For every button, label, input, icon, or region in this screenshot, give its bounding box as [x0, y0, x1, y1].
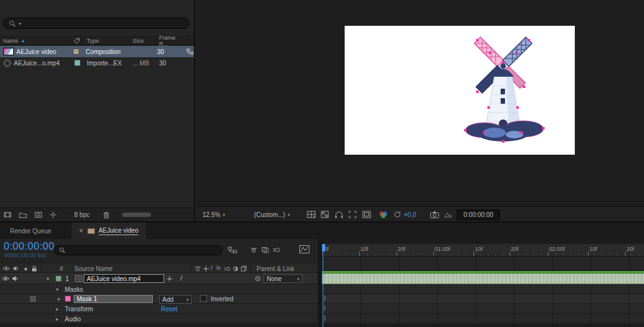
- ruler-label: 10f: [475, 246, 483, 252]
- audio-group-label: Audio: [65, 316, 81, 323]
- mask-expander[interactable]: ▸: [58, 296, 60, 302]
- region-of-interest-icon[interactable]: [348, 207, 357, 222]
- motion-blur-icon[interactable]: [273, 247, 280, 253]
- search-icon: [59, 247, 65, 253]
- project-search-input[interactable]: [25, 20, 184, 27]
- transform-group-row[interactable]: ▸ Transform Reset: [0, 304, 318, 314]
- graph-editor-icon[interactable]: [299, 245, 309, 253]
- delete-icon[interactable]: [103, 211, 109, 219]
- property-marker: [325, 306, 325, 311]
- project-settings-icon[interactable]: [50, 211, 57, 218]
- timeline-navigator-strip[interactable]: [322, 239, 644, 244]
- snapshot-camera-icon[interactable]: [430, 207, 439, 222]
- solo-column-icon: [23, 267, 28, 272]
- track-bottom-strip: [322, 324, 644, 327]
- exposure-offset-value[interactable]: +0,0: [404, 207, 416, 222]
- layer-quality-toggle[interactable]: /: [180, 275, 182, 282]
- layer-expander[interactable]: ▾: [47, 276, 49, 282]
- column-size[interactable]: Size: [130, 36, 156, 45]
- frame-info: 00000 (30.00 fps): [4, 252, 47, 258]
- column-size-label: Size: [133, 38, 144, 44]
- 3d-layer-switch-icon: [240, 265, 247, 272]
- audio-expander[interactable]: ▸: [56, 316, 58, 322]
- grid-options-icon[interactable]: [307, 207, 316, 222]
- transform-expander[interactable]: ▸: [56, 306, 58, 312]
- layer-row[interactable]: ▾ 1 AEJuice video.mp4 / None ▾: [0, 273, 318, 284]
- timeline-search-box[interactable]: [54, 245, 223, 255]
- composition-viewport[interactable]: [345, 26, 575, 155]
- video-column-icon: [3, 266, 10, 271]
- new-folder-icon[interactable]: [19, 211, 27, 218]
- tab-composition[interactable]: × AEJuice video: [72, 223, 146, 239]
- timeline-search-input[interactable]: [69, 247, 218, 254]
- mask-row[interactable]: ▸ Mask 1 Add ▾ Inverted: [0, 294, 318, 304]
- layer-number-column: #: [60, 265, 64, 272]
- audio-column-icon: [13, 265, 19, 272]
- interpret-footage-icon[interactable]: [4, 211, 11, 218]
- mask-mode-dropdown[interactable]: Add ▾: [159, 295, 192, 304]
- masks-expander[interactable]: ▾: [56, 287, 58, 292]
- source-name-column[interactable]: Source Name: [74, 265, 113, 272]
- project-row-composition[interactable]: AEJuice video Composition 30: [0, 46, 194, 57]
- playhead-handle[interactable]: [322, 244, 325, 252]
- horizontal-scrollbar-thumb[interactable]: [122, 213, 151, 217]
- search-icon: [9, 20, 16, 27]
- label-color-swatch[interactable]: [74, 60, 80, 66]
- mask-color-swatch[interactable]: [65, 296, 71, 302]
- new-composition-icon[interactable]: [35, 211, 42, 218]
- lock-column-icon: [31, 265, 37, 272]
- column-name-label: Name: [3, 38, 18, 44]
- label-color-swatch[interactable]: [73, 48, 79, 55]
- masks-group-label: Masks: [65, 286, 83, 293]
- transform-reset-link[interactable]: Reset: [161, 306, 177, 313]
- project-row-footage[interactable]: AEJuice...o.mp4 Importe...EX ... MB 30: [0, 57, 194, 69]
- viewer-timecode[interactable]: 0:00:00:00: [457, 207, 500, 222]
- layer-name-field[interactable]: AEJuice video.mp4: [84, 274, 164, 283]
- caret-down-icon: ▾: [287, 213, 290, 217]
- column-label-color[interactable]: [70, 36, 84, 45]
- timeline-pane-divider[interactable]: [318, 239, 322, 327]
- audio-group-row[interactable]: ▸ Audio: [0, 314, 318, 324]
- column-frame-rate-label: Frame R...: [159, 35, 184, 47]
- project-item-name: AEJuice video: [16, 48, 56, 55]
- column-type[interactable]: Type: [84, 36, 130, 45]
- transform-group-label: Transform: [65, 306, 93, 313]
- masks-group-row[interactable]: ▾ Masks: [0, 284, 318, 294]
- collapse-transformations-toggle[interactable]: [166, 275, 173, 282]
- layer-audio-toggle[interactable]: [12, 275, 18, 282]
- tab-render-queue[interactable]: Render Queue: [0, 223, 62, 239]
- reset-exposure-icon[interactable]: [394, 207, 401, 222]
- layer-video-toggle[interactable]: [2, 276, 9, 281]
- view-layout-icon[interactable]: [362, 207, 371, 222]
- parent-dropdown-value: None: [267, 275, 282, 282]
- layer-duration-bar[interactable]: [322, 274, 644, 284]
- mask-lock-toggle[interactable]: [30, 296, 36, 302]
- layer-label-color[interactable]: [55, 275, 62, 282]
- frame-blend-icon[interactable]: [262, 247, 269, 253]
- timeline-track-area[interactable]: 0f 10f 20f 01:00f 10f 20f 02:00f 10f 20f: [322, 239, 644, 327]
- mask-visibility-icon[interactable]: [335, 207, 343, 222]
- composition-mini-flowchart-icon[interactable]: [228, 247, 237, 253]
- parent-dropdown[interactable]: None ▾: [264, 274, 303, 283]
- current-timecode[interactable]: 0:00:00:00: [4, 241, 55, 252]
- color-depth-button[interactable]: 8 bpc: [74, 211, 89, 218]
- hide-shy-layers-icon[interactable]: [250, 247, 257, 253]
- close-icon[interactable]: ×: [79, 226, 84, 235]
- timeline-panel: Render Queue × AEJuice video 0:00:00:00 …: [0, 221, 644, 327]
- transparency-grid-icon[interactable]: [321, 207, 329, 222]
- playhead-line[interactable]: [323, 244, 323, 327]
- exposure-offset-label: +0,0: [404, 211, 416, 218]
- mask-name-field[interactable]: Mask 1: [74, 295, 153, 303]
- column-frame-rate[interactable]: Frame R...: [156, 36, 187, 45]
- composition-thumbnail: [3, 48, 14, 55]
- time-ruler[interactable]: 0f 10f 20f 01:00f 10f 20f 02:00f 10f 20f: [322, 244, 644, 257]
- channel-rgb-icon[interactable]: [379, 207, 388, 222]
- project-item-name: AEJuice...o.mp4: [14, 60, 60, 67]
- show-snapshot-icon[interactable]: [444, 207, 452, 222]
- resolution-dropdown[interactable]: (Custom...) ▾: [254, 207, 290, 222]
- project-search-box[interactable]: ▾: [3, 18, 189, 29]
- mask-inverted-checkbox[interactable]: [200, 295, 207, 302]
- parent-pick-whip-icon[interactable]: [255, 275, 261, 282]
- column-name[interactable]: Name ▲: [0, 36, 70, 45]
- magnification-dropdown[interactable]: 12.5% ▾: [203, 207, 225, 222]
